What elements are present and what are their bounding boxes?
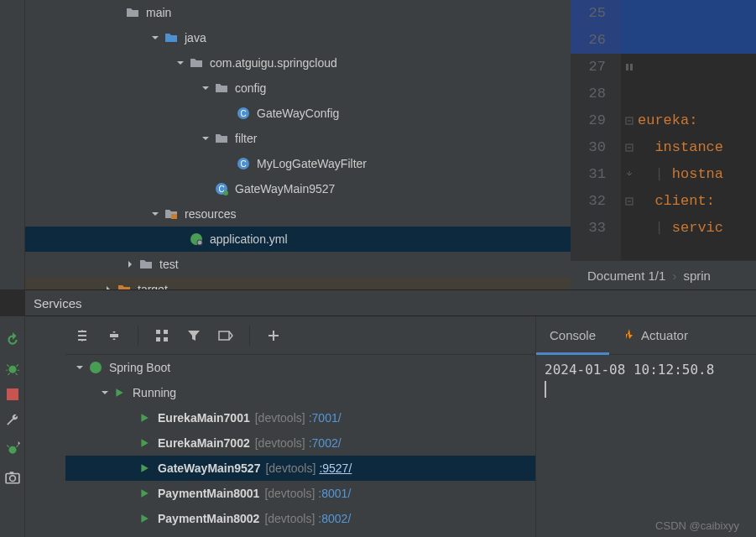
code-area[interactable]: eureka: instance | hostna client: | serv… [638,0,756,260]
line-numbers: 25 26 27 28 29 30 31 32 33 [571,0,621,260]
svc-run-config[interactable]: PaymentMain8001 [devtools] :8001/ [65,481,576,506]
expand-all-icon[interactable] [74,327,91,344]
bug-rerun-icon[interactable] [4,441,21,457]
services-sidebar [0,316,25,537]
code-line [638,27,756,54]
tree-node-filter[interactable]: filter [25,126,571,151]
line-number: 30 [571,134,621,161]
tree-node-resources[interactable]: resources [25,201,571,227]
tree-node-gatewayconfig[interactable]: C GateWayConfig [25,101,571,126]
watermark: CSDN @caibixyy [655,519,739,532]
tab-actuator[interactable]: Actuator [609,316,701,355]
grid-icon[interactable] [154,327,170,344]
stop-icon[interactable] [7,388,18,400]
tree-label: GateWayConfig [257,107,339,120]
folder-icon [215,81,228,95]
svg-point-6 [223,190,228,196]
tree-label: filter [235,132,257,145]
run-port[interactable]: :7001/ [309,411,342,425]
svc-node-springboot[interactable]: Spring Boot [65,355,576,380]
play-icon [139,488,151,498]
code-line: client: [638,188,756,215]
tree-node-mylogfilter[interactable]: C MyLogGateWayFilter [25,151,571,176]
class-icon: C [237,157,250,170]
tree-label: GateWayMain9527 [235,182,335,196]
rerun-icon[interactable] [4,331,21,348]
tree-node-gatewaymain[interactable]: C GateWayMain9527 [25,176,571,201]
chevron-down-icon [149,208,161,220]
run-devtools: [devtools] [255,411,305,425]
class-icon: C [237,107,250,120]
code-line: instance [638,134,756,161]
code-line: | hostna [638,161,756,188]
tree-node-config[interactable]: config [25,76,571,101]
wrench-icon[interactable] [4,412,21,429]
crumb-path: sprin [683,268,711,283]
tree-node-java[interactable]: java [25,25,571,50]
chevron-right-icon: › [672,268,676,283]
project-tree: main java com.atguigu.springcloud config… [25,0,571,289]
play-icon [139,413,151,423]
chevron-down-icon [74,362,86,373]
line-number: 31 [571,161,621,188]
tree-label: resources [185,207,236,221]
tree-label: com.atguigu.springcloud [210,56,337,70]
services-title: Services [34,296,82,310]
run-port[interactable]: :8001/ [318,487,351,500]
svc-run-config[interactable]: GateWayMain9527 [devtools] :9527/ [65,456,576,481]
svc-run-config[interactable]: PaymentMain8002 [devtools] :8002/ [65,506,576,531]
run-devtools: [devtools] [265,461,315,475]
run-name: EurekaMain7002 [158,436,250,450]
svc-run-config[interactable]: EurekaMain7002 [devtools] :7002/ [65,430,576,456]
play-icon [139,514,151,524]
svc-node-running[interactable]: Running [65,380,576,405]
chevron-down-icon [200,82,211,94]
resources-icon [164,207,178,221]
svg-rect-7 [171,214,177,219]
tree-node-main[interactable]: main [25,0,571,25]
tree-node-application-yml[interactable]: application.yml [25,227,571,252]
run-port[interactable]: :7002/ [309,436,342,450]
crumb-doc: Document 1/1 [587,268,665,283]
filter-icon[interactable] [185,327,202,344]
folder-icon [215,132,228,145]
console-output[interactable]: 2024-01-08 10:12:50.8 [536,355,756,408]
tree-node-package[interactable]: com.atguigu.springcloud [25,50,571,76]
folder-icon [126,6,139,19]
svg-rect-21 [156,337,160,341]
run-name: PaymentMain8002 [158,512,259,525]
svg-text:C: C [240,159,246,169]
svg-rect-22 [164,337,168,341]
chevron-down-icon [175,57,186,69]
run-devtools: [devtools] [264,487,315,500]
bug-icon[interactable] [4,360,21,377]
editor-gutter [621,0,638,260]
svc-run-config[interactable]: EurekaMain7001 [devtools] :7001/ [65,405,576,430]
tree-label: application.yml [210,232,288,246]
svg-point-24 [90,362,102,373]
run-port[interactable]: :8002/ [318,512,351,525]
run-port[interactable]: :9527/ [319,461,352,475]
collapse-all-icon[interactable] [106,327,123,344]
text-caret [545,381,546,398]
tree-node-test[interactable]: test [25,252,571,277]
group-icon[interactable] [217,327,234,344]
code-line [638,0,756,27]
tab-console[interactable]: Console [536,316,609,355]
services-console: Console Actuator 2024-01-08 10:12:50.8 [535,316,756,537]
tree-label: test [159,258,179,271]
services-title-bar[interactable]: Services [25,289,756,316]
folder-icon [164,31,178,44]
camera-icon[interactable] [4,469,21,486]
springboot-icon [89,361,102,374]
svg-point-10 [198,241,202,245]
add-icon[interactable] [265,327,282,344]
package-icon [190,56,203,70]
tree-label: config [235,81,266,95]
svg-rect-23 [219,331,229,340]
code-line: eureka: [638,107,756,134]
console-line: 2024-01-08 10:12:50.8 [545,362,748,378]
editor[interactable]: 25 26 27 28 29 30 31 32 33 eureka: insta… [571,0,756,260]
editor-breadcrumb[interactable]: Document 1/1 › sprin [571,260,756,289]
class-icon: C [215,182,228,196]
